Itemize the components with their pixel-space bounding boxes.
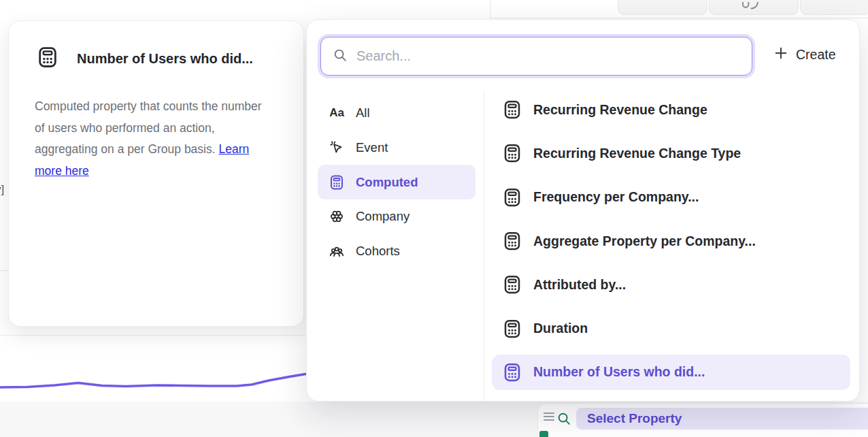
property-item-label: Number of Users who did... — [533, 364, 705, 380]
property-item-label: Duration — [533, 321, 588, 336]
calculator-icon — [502, 319, 522, 339]
category-label: All — [356, 106, 370, 120]
category-label: Cohorts — [356, 244, 400, 259]
card-description: Computed property that counts the number… — [35, 96, 274, 182]
event-cursor-icon — [328, 140, 346, 156]
app-background: Sep 3Sep 5Sep 7Sep 9Sep 11Sep 13Sep 15 v… — [0, 0, 868, 437]
tab-funnel[interactable] — [800, 0, 868, 15]
content-divider — [490, 0, 490, 18]
category-label: Company — [356, 209, 410, 224]
create-button-label: Create — [796, 47, 836, 63]
property-item-label: Recurring Revenue Change Type — [533, 146, 741, 161]
metric-config-panel: Select Property — [537, 403, 868, 437]
card-title: Number of Users who did... — [77, 51, 253, 67]
property-item[interactable]: Recurring Revenue Change Type — [492, 131, 850, 175]
create-button[interactable]: Create — [773, 46, 836, 63]
category-list: Aa All Event Computed Company Cohorts — [318, 96, 475, 268]
property-item[interactable]: Number of Users who did... — [492, 355, 850, 390]
property-info-card: Number of Users who did... Computed prop… — [8, 20, 304, 327]
property-item[interactable]: Frequency per Company... — [492, 176, 850, 219]
plus-icon — [773, 46, 788, 63]
tab-retention[interactable] — [709, 0, 799, 15]
company-icon — [328, 208, 346, 225]
chart-line-series — [0, 374, 307, 387]
panel-divider — [484, 91, 484, 401]
calculator-icon — [502, 187, 522, 208]
search-icon — [333, 48, 348, 65]
category-item-computed[interactable]: Computed — [318, 165, 475, 199]
select-property-label: Select Property — [587, 411, 682, 426]
property-item[interactable]: Aggregate Property per Company... — [492, 219, 850, 263]
property-picker-panel: Create Aa All Event Computed Company Coh… — [306, 19, 860, 402]
calculator-icon — [328, 174, 346, 191]
category-label: Computed — [356, 175, 418, 190]
calculator-icon — [36, 46, 59, 71]
search-field[interactable] — [320, 37, 752, 76]
property-item-label: Attributed by... — [533, 277, 626, 293]
property-item-label: Recurring Revenue Change — [533, 102, 707, 118]
text-aa-icon: Aa — [328, 106, 346, 120]
calculator-icon — [502, 143, 522, 163]
clipped-event-icon — [539, 431, 548, 437]
cohorts-icon — [328, 243, 346, 259]
select-property-field[interactable]: Select Property — [576, 408, 868, 430]
calculator-icon — [502, 274, 522, 295]
category-item-all[interactable]: Aa All — [318, 96, 475, 131]
category-item-cohorts[interactable]: Cohorts — [318, 234, 475, 269]
drag-handle-icon[interactable] — [544, 410, 554, 420]
retention-tab-icon — [741, 1, 760, 13]
calculator-icon — [502, 99, 522, 120]
search-input[interactable] — [356, 48, 752, 64]
property-item[interactable]: Duration — [492, 306, 850, 350]
tab-metric-calculator[interactable] — [524, 0, 616, 15]
category-label: Event — [356, 140, 388, 155]
property-item-label: Aggregate Property per Company... — [533, 233, 756, 249]
tabbar-border — [490, 18, 868, 18]
divider — [0, 270, 8, 271]
divider — [0, 335, 306, 336]
clipped-text-fragment: v] — [0, 183, 4, 197]
property-list: Recurring Revenue Change Recurring Reven… — [492, 88, 850, 390]
category-item-event[interactable]: Event — [318, 131, 475, 165]
calculator-icon — [502, 231, 522, 251]
category-item-company[interactable]: Company — [318, 199, 475, 234]
property-item-label: Frequency per Company... — [533, 189, 699, 205]
property-item[interactable]: Attributed by... — [492, 263, 850, 306]
calculator-icon — [502, 362, 522, 383]
green-search-icon — [556, 411, 571, 429]
property-item[interactable]: Recurring Revenue Change — [492, 88, 850, 131]
tab-bar-chart[interactable] — [618, 0, 707, 15]
